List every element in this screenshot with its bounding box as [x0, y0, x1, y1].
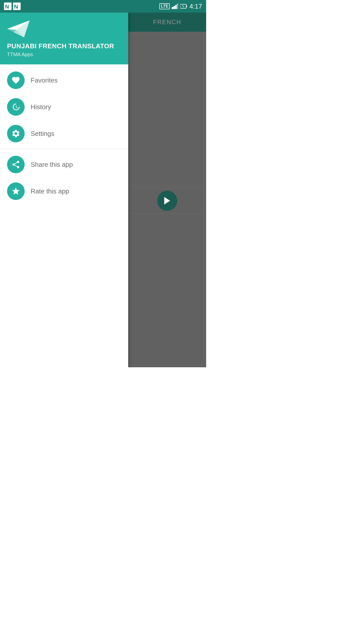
translate-button-area	[130, 188, 204, 213]
main-container: PUNJABI FRENCH TRANSLATOR TTMA Apps Favo…	[0, 13, 206, 367]
french-label: FRENCH	[153, 19, 181, 26]
history-label: History	[31, 103, 51, 111]
menu-item-share[interactable]: Share this app	[0, 151, 128, 178]
right-panel: FRENCH	[128, 13, 206, 367]
clock-icon	[11, 102, 20, 111]
menu-item-history[interactable]: History	[0, 94, 128, 120]
signal-icon	[172, 4, 178, 9]
status-time: 4:17	[189, 3, 202, 10]
menu-item-favorites[interactable]: Favorites	[0, 67, 128, 94]
translate-arrow-icon	[162, 196, 172, 206]
battery-icon	[180, 4, 187, 9]
menu-divider	[0, 149, 128, 149]
menu-item-settings[interactable]: Settings	[0, 120, 128, 147]
notification-icon-2: N	[13, 3, 21, 10]
share-icon-circle	[7, 156, 25, 173]
panel-header: FRENCH	[128, 13, 206, 32]
menu-item-rate[interactable]: Rate this app	[0, 178, 128, 205]
app-subtitle: TTMA Apps	[7, 52, 121, 57]
status-bar-left: N N	[4, 3, 21, 10]
drawer-header: PUNJABI FRENCH TRANSLATOR TTMA Apps	[0, 13, 128, 64]
settings-icon-circle	[7, 125, 25, 142]
app-logo	[7, 20, 30, 38]
svg-marker-16	[164, 197, 170, 205]
svg-marker-11	[182, 5, 184, 8]
app-title: PUNJABI FRENCH TRANSLATOR	[7, 42, 121, 50]
settings-label: Settings	[31, 130, 54, 138]
rate-label: Rate this app	[31, 187, 69, 195]
drawer-menu: Favorites History Settings	[0, 64, 128, 367]
svg-rect-10	[186, 6, 187, 7]
notification-icon-1: N	[4, 3, 12, 10]
translation-input-area	[130, 34, 204, 186]
gear-icon	[11, 129, 20, 138]
share-label: Share this app	[31, 161, 73, 169]
svg-text:N: N	[14, 4, 18, 10]
lte-badge: LTE	[159, 3, 170, 9]
favorites-icon-circle	[7, 71, 25, 89]
translate-button[interactable]	[157, 191, 177, 211]
rate-icon-circle	[7, 182, 25, 200]
favorites-label: Favorites	[31, 76, 58, 84]
history-icon-circle	[7, 98, 25, 116]
heart-icon	[11, 76, 20, 85]
translation-output-area	[130, 213, 204, 366]
share-icon	[11, 160, 20, 169]
star-icon	[11, 187, 20, 196]
panel-content	[128, 32, 206, 367]
status-bar: N N LTE 4:17	[0, 0, 206, 13]
svg-text:N: N	[5, 4, 9, 10]
status-bar-right: LTE 4:17	[159, 3, 202, 10]
navigation-drawer: PUNJABI FRENCH TRANSLATOR TTMA Apps Favo…	[0, 13, 128, 367]
